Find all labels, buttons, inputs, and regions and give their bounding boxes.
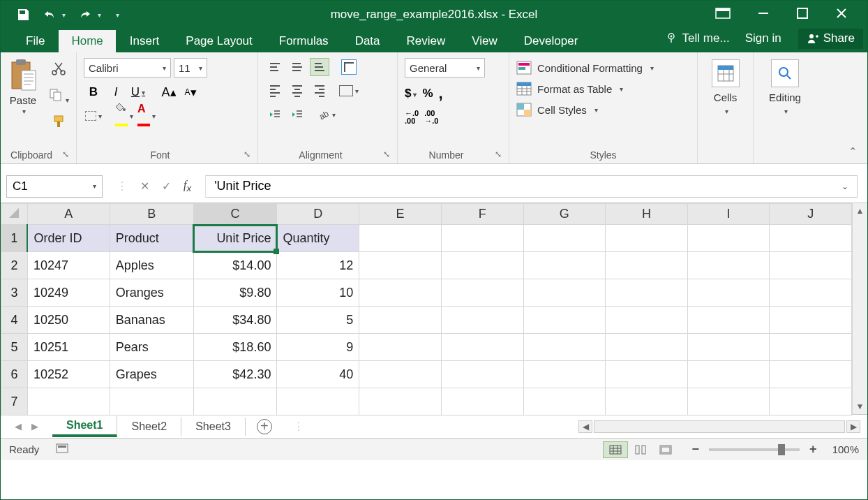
col-header-B[interactable]: B [110, 204, 193, 225]
ribbon-display-icon[interactable] [715, 8, 731, 22]
cell-D6[interactable]: 40 [277, 361, 359, 388]
align-bottom-icon[interactable] [310, 58, 329, 76]
col-header-J[interactable]: J [770, 204, 852, 225]
cell[interactable] [359, 334, 442, 361]
col-header-A[interactable]: A [27, 204, 110, 225]
cell[interactable] [523, 334, 606, 361]
cell-C5[interactable]: $18.60 [193, 334, 277, 361]
cell[interactable] [606, 225, 688, 252]
decrease-font-icon[interactable]: A▾ [181, 83, 201, 101]
cell-A4[interactable]: 10250 [27, 307, 110, 334]
share-button[interactable]: Share [798, 28, 863, 49]
sheet-tab-2[interactable]: Sheet2 [117, 418, 181, 436]
alignment-launcher-icon[interactable]: ⤡ [383, 149, 390, 159]
font-name-combo[interactable]: Calibri▾ [84, 58, 171, 78]
sheet-tab-1[interactable]: Sheet1 [52, 416, 117, 437]
cell-D4[interactable]: 5 [277, 307, 359, 334]
zoom-slider[interactable] [709, 448, 800, 451]
row-header-5[interactable]: 5 [1, 334, 28, 361]
cell[interactable] [359, 252, 442, 279]
cell[interactable] [770, 225, 852, 252]
tab-scroll-left-icon[interactable]: ◀ [15, 421, 22, 432]
cell[interactable] [606, 307, 688, 334]
cut-icon[interactable] [51, 61, 66, 79]
cell-B4[interactable]: Bananas [110, 307, 193, 334]
row-header-7[interactable]: 7 [1, 388, 28, 416]
cells-button[interactable]: Cells▾ [708, 58, 744, 117]
cell[interactable] [606, 361, 688, 388]
cell[interactable] [441, 307, 523, 334]
cell[interactable] [441, 252, 523, 279]
col-header-H[interactable]: H [606, 204, 688, 225]
cell[interactable] [523, 388, 606, 416]
wrap-text-icon[interactable] [339, 58, 359, 76]
align-left-icon[interactable] [265, 82, 285, 100]
cell[interactable] [770, 361, 852, 388]
horizontal-scrollbar[interactable]: ◀ ▶ [578, 420, 867, 433]
cell[interactable] [359, 279, 442, 307]
cell-B2[interactable]: Apples [110, 252, 193, 279]
increase-indent-icon[interactable] [287, 105, 307, 124]
cell[interactable] [687, 279, 770, 307]
cell[interactable] [770, 279, 852, 307]
cell[interactable] [277, 388, 359, 416]
cell[interactable] [441, 334, 523, 361]
row-header-3[interactable]: 3 [1, 279, 28, 307]
cells-table[interactable]: A B C D E F G H I J 1 Order ID Product U… [1, 203, 852, 416]
align-middle-icon[interactable] [287, 58, 307, 76]
cell[interactable] [523, 252, 606, 279]
comma-format-icon[interactable]: , [439, 84, 443, 103]
cell-D2[interactable]: 12 [277, 252, 359, 279]
cell[interactable] [441, 361, 523, 388]
align-center-icon[interactable] [287, 82, 307, 100]
cell[interactable] [441, 388, 523, 416]
cell-B5[interactable]: Pears [110, 334, 193, 361]
cell-C4[interactable]: $34.80 [193, 307, 277, 334]
tab-page-layout[interactable]: Page Layout [173, 30, 264, 52]
scroll-right-icon[interactable]: ▶ [846, 420, 860, 433]
cell[interactable] [523, 225, 606, 252]
col-header-I[interactable]: I [687, 204, 770, 225]
increase-decimal-icon[interactable]: ←.0.00 [405, 110, 419, 125]
collapse-ribbon-icon[interactable]: ⌃ [848, 145, 858, 158]
col-header-G[interactable]: G [523, 204, 606, 225]
number-format-combo[interactable]: General▾ [405, 58, 485, 78]
cell[interactable] [359, 361, 442, 388]
cell[interactable] [687, 307, 770, 334]
tab-formulas[interactable]: Formulas [267, 30, 341, 52]
cell-A3[interactable]: 10249 [27, 279, 110, 307]
tab-scroll-right-icon[interactable]: ▶ [31, 421, 38, 432]
cell-A5[interactable]: 10251 [27, 334, 110, 361]
cell[interactable] [359, 307, 442, 334]
fill-color-button[interactable]: ▾ [114, 107, 134, 125]
cell[interactable] [110, 388, 193, 416]
save-icon[interactable] [16, 8, 30, 22]
scroll-down-icon[interactable]: ▼ [856, 402, 865, 411]
bold-button[interactable]: B [84, 83, 103, 101]
tell-me-search[interactable]: Tell me... [666, 31, 730, 45]
cell-A6[interactable]: 10252 [27, 361, 110, 388]
new-sheet-button[interactable]: + [257, 419, 272, 434]
cell-A1[interactable]: Order ID [27, 225, 110, 252]
select-all-corner[interactable] [1, 204, 28, 225]
cell[interactable] [770, 388, 852, 416]
format-as-table-button[interactable]: Format as Table▾ [516, 82, 623, 96]
borders-button[interactable]: ▾ [84, 107, 103, 125]
row-header-4[interactable]: 4 [1, 307, 28, 334]
cell[interactable] [606, 252, 688, 279]
vertical-scrollbar[interactable]: ▲ ▼ [852, 203, 867, 414]
cell[interactable] [523, 279, 606, 307]
expand-formula-icon[interactable]: ⌄ [841, 182, 848, 191]
scroll-left-icon[interactable]: ◀ [578, 420, 592, 433]
normal-view-icon[interactable] [603, 441, 628, 458]
formula-input[interactable]: 'Unit Price ⌄ [205, 175, 858, 198]
tab-view[interactable]: View [459, 30, 510, 52]
font-size-combo[interactable]: 11▾ [174, 58, 207, 78]
cell[interactable] [687, 388, 770, 416]
zoom-level[interactable]: 100% [832, 443, 859, 455]
decrease-indent-icon[interactable] [265, 105, 285, 124]
scroll-up-icon[interactable]: ▲ [856, 206, 865, 216]
maximize-button[interactable] [796, 7, 809, 23]
sign-in-button[interactable]: Sign in [738, 27, 788, 50]
undo-button[interactable]: ▾ [43, 9, 66, 20]
